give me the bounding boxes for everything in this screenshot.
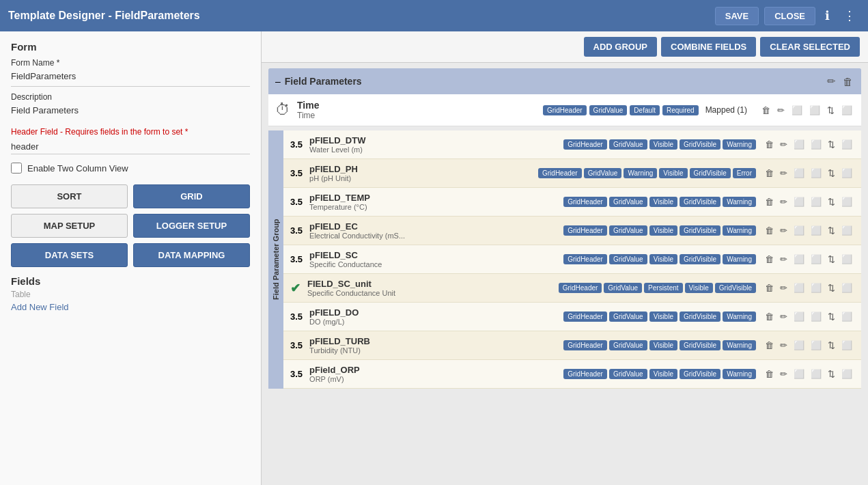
field-sort-icon[interactable]: ⇅ [826,138,837,151]
field-row-icons: 🗑 ✏ ⬜ ⬜ ⇅ ⬜ [763,339,854,352]
data-mapping-button[interactable]: DATA MAPPING [133,243,250,267]
field-copy-icon[interactable]: ⬜ [792,224,807,237]
field-edit-icon[interactable]: ✏ [778,281,789,294]
logger-setup-button[interactable]: LOGGER SETUP [133,214,250,238]
time-clock-icon: ⏱ [275,101,290,119]
field-name: pFIELD_SC [309,250,557,260]
more-options-button[interactable]: ⋮ [839,5,860,26]
two-column-checkbox[interactable] [11,163,22,174]
time-check-icon[interactable]: ⬜ [839,104,854,117]
field-edit-icon[interactable]: ✏ [778,167,789,180]
field-copy-icon[interactable]: ⬜ [792,368,807,380]
add-group-button[interactable]: ADD GROUP [584,37,657,57]
field-checkbox-icon[interactable]: ⬜ [839,253,854,266]
field-checkbox-icon[interactable]: ⬜ [839,195,854,208]
add-new-field-link[interactable]: Add New Field [11,302,250,312]
info-icon-button[interactable]: ℹ [821,5,834,26]
field-copy2-icon[interactable]: ⬜ [809,224,824,237]
map-setup-button[interactable]: MAP SETUP [11,214,128,238]
field-tags: GridHeaderGridValueVisibleGridVisibleWar… [563,340,756,350]
field-checkbox-icon[interactable]: ⬜ [839,368,854,380]
time-copy2-icon[interactable]: ⬜ [807,104,822,117]
field-delete-icon[interactable]: 🗑 [763,138,776,151]
field-edit-icon[interactable]: ✏ [778,368,789,380]
field-delete-icon[interactable]: 🗑 [763,195,776,208]
field-edit-icon[interactable]: ✏ [778,224,789,237]
field-delete-icon[interactable]: 🗑 [763,310,776,323]
tag-warning: Warning [723,139,756,150]
field-copy-icon[interactable]: ⬜ [792,195,807,208]
field-checkbox-icon[interactable]: ⬜ [839,310,854,323]
field-sort-icon[interactable]: ⇅ [826,310,837,323]
field-checkbox-icon[interactable]: ⬜ [839,138,854,151]
field-delete-icon[interactable]: 🗑 [763,339,776,352]
sort-button[interactable]: SORT [11,184,128,208]
field-copy2-icon[interactable]: ⬜ [809,339,824,352]
field-delete-icon[interactable]: 🗑 [763,253,776,266]
field-edit-icon[interactable]: ✏ [778,138,789,151]
fp-delete-icon[interactable]: 🗑 [841,74,854,89]
field-delete-icon[interactable]: 🗑 [763,368,776,380]
collapse-icon[interactable]: – [275,76,281,87]
time-copy-icon[interactable]: ⬜ [789,104,804,117]
sidebar: Form Form Name * FieldParameters Descrip… [0,31,262,485]
tag-persistent: Persistent [644,283,682,293]
field-copy-icon[interactable]: ⬜ [792,253,807,266]
field-sort-icon[interactable]: ⇅ [826,339,837,352]
combine-fields-button[interactable]: COMBINE FIELDS [661,37,756,57]
tag-visible: Visible [649,197,677,207]
field-copy2-icon[interactable]: ⬜ [809,368,824,380]
field-sort-icon[interactable]: ⇅ [826,253,837,266]
field-edit-icon[interactable]: ✏ [778,195,789,208]
field-copy-icon[interactable]: ⬜ [792,138,807,151]
field-name: pFIELD_DTW [309,135,557,146]
field-edit-icon[interactable]: ✏ [778,339,789,352]
field-sort-icon[interactable]: ⇅ [826,224,837,237]
field-copy-icon[interactable]: ⬜ [792,310,807,323]
field-name: pFIELD_EC [309,221,557,232]
save-button[interactable]: SAVE [715,7,759,25]
time-name: Time [297,100,536,111]
field-delete-icon[interactable]: 🗑 [763,281,776,294]
field-copy2-icon[interactable]: ⬜ [809,281,824,294]
fp-header-left: – Field Parameters [275,76,362,87]
field-copy2-icon[interactable]: ⬜ [809,167,824,180]
grid-button[interactable]: GRID [133,184,250,208]
sort-grid-row: SORT GRID [11,184,250,208]
field-copy-icon[interactable]: ⬜ [792,339,807,352]
fp-edit-icon[interactable]: ✏ [826,74,837,89]
field-copy-icon[interactable]: ⬜ [792,281,807,294]
field-row: 3.5 pFIELD_PH pH (pH Unit) GridHeaderGri… [283,159,861,188]
field-sort-icon[interactable]: ⇅ [826,281,837,294]
field-delete-icon[interactable]: 🗑 [763,224,776,237]
field-sort-icon[interactable]: ⇅ [826,167,837,180]
field-tags: GridHeaderGridValueVisibleGridVisibleWar… [563,311,756,322]
field-copy-icon[interactable]: ⬜ [792,167,807,180]
field-tags: GridHeaderGridValuePersistentVisibleGrid… [559,283,756,293]
time-delete-icon[interactable]: 🗑 [759,104,772,117]
field-desc: Temperature (°C) [309,203,557,211]
app-title: Template Designer - FieldParameters [8,10,200,22]
field-delete-icon[interactable]: 🗑 [763,167,776,180]
field-copy2-icon[interactable]: ⬜ [809,195,824,208]
field-row-icons: 🗑 ✏ ⬜ ⬜ ⇅ ⬜ [763,310,854,323]
field-copy2-icon[interactable]: ⬜ [809,253,824,266]
time-edit-icon[interactable]: ✏ [775,104,787,117]
field-copy2-icon[interactable]: ⬜ [809,138,824,151]
clear-selected-button[interactable]: CLEAR SELECTED [760,37,860,57]
field-sort-icon[interactable]: ⇅ [826,368,837,380]
field-copy2-icon[interactable]: ⬜ [809,310,824,323]
field-edit-icon[interactable]: ✏ [778,310,789,323]
field-name: pFIELD_PH [309,164,531,174]
field-checkbox-icon[interactable]: ⬜ [839,281,854,294]
field-edit-icon[interactable]: ✏ [778,253,789,266]
tag-required: Required [662,105,699,115]
field-checkbox-icon[interactable]: ⬜ [839,224,854,237]
data-sets-button[interactable]: DATA SETS [11,243,128,267]
time-sort-icon[interactable]: ⇅ [825,104,837,117]
tag-gridvalue: GridValue [609,197,647,207]
field-sort-icon[interactable]: ⇅ [826,195,837,208]
field-checkbox-icon[interactable]: ⬜ [839,339,854,352]
close-button[interactable]: CLOSE [764,7,815,25]
field-checkbox-icon[interactable]: ⬜ [839,167,854,180]
